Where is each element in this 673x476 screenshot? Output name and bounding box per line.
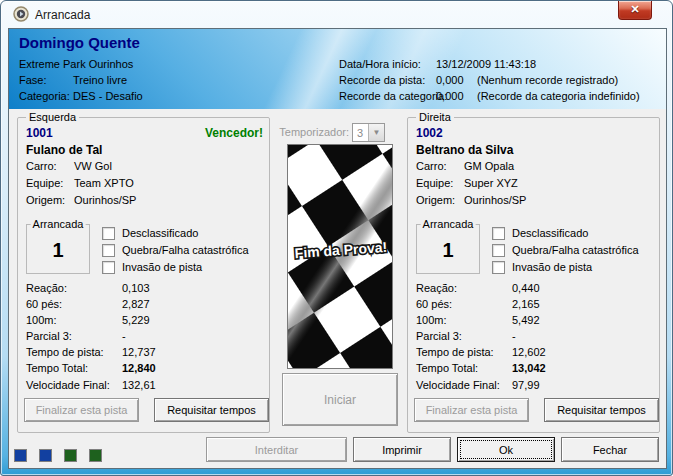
left-competitor-number: 1001 [26,126,53,140]
category-record-note: (Recorde da categoria indefinido) [477,90,640,102]
left-lane-groupbox: Esquerda 1001 Vencedor! Fulano de Tal Ca… [17,117,270,433]
fase-row: Fase: Treino livre [19,74,319,87]
stat-label: 60 pés: [26,298,62,310]
left-lane-invasion-label: Invasão de pista [122,261,202,273]
close-button[interactable]: ✕ [618,1,652,20]
left-reaction-row: Reação: 0,103 [26,282,261,295]
categoria-value: DES - Desafio [73,90,143,102]
stat-label: Tempo Total: [416,362,478,374]
interditar-button: Interditar [206,437,347,462]
left-finish-track-button: Finalizar esta pista [24,398,139,422]
stat-value: - [122,330,126,342]
right-track-time-row: Tempo de pista: 12,602 [416,346,651,359]
track-record-row: Recorde da pista: 0,000 (Nenhum recorde … [339,74,664,87]
checkbox-icon[interactable] [492,244,505,257]
left-car-row: Carro: VW Gol [26,160,57,173]
titlebar[interactable]: Arrancada ✕ [1,1,672,28]
left-run-box-title: Arrancada [31,218,86,231]
right-final-speed-row: Velocidade Final: 97,99 [416,379,651,392]
right-origin-value: Ourinhos/SP [464,194,526,206]
checkbox-icon[interactable] [492,227,505,240]
track-record-value: 0,000 [436,74,464,86]
checkbox-icon[interactable] [102,244,115,257]
stat-label: Reação: [416,282,457,294]
imprimir-button[interactable]: Imprimir [353,437,451,462]
stat-label: Velocidade Final: [26,379,110,391]
event-banner: Domingo Quente Extreme Park Ourinhos Fas… [9,29,666,109]
right-driver-name: Beltrano da Silva [416,143,513,157]
stat-label: Parcial 3: [416,330,462,342]
right-lane-groupbox: Direita 1002 Beltrano da Silva Carro: GM… [407,117,660,433]
stat-label: Tempo Total: [26,362,88,374]
stat-label: 100m: [416,314,447,326]
right-origin-label: Origem: [416,194,455,206]
stat-value: 2,165 [512,298,540,310]
left-origin-value: Ourinhos/SP [74,194,136,206]
left-origin-label: Origem: [26,194,65,206]
stat-value: 132,61 [122,379,156,391]
left-origin-row: Origem: Ourinhos/SP [26,194,65,207]
right-total-time-row: Tempo Total: 13,042 [416,362,651,375]
right-request-times-button[interactable]: Requisitar tempos [544,398,659,422]
categoria-label: Categoria: [19,90,70,102]
left-car-label: Carro: [26,160,57,172]
left-team-value: Team XPTO [74,177,134,189]
chevron-down-icon: ▼ [368,124,384,141]
category-record-row: Recorde da categoria: 0,000 (Recorde da … [339,90,664,103]
checkbox-icon[interactable] [102,227,115,240]
event-title: Domingo Quente [19,34,140,51]
left-team-row: Equipe: Team XPTO [26,177,63,190]
right-60ft-row: 60 pés: 2,165 [416,298,651,311]
left-partial3-row: Parcial 3: - [26,330,261,343]
left-total-time-row: Tempo Total: 12,840 [26,362,261,375]
category-record-value: 0,000 [436,90,464,102]
checkbox-icon[interactable] [492,261,505,274]
right-partial3-row: Parcial 3: - [416,330,651,343]
stat-label: Tempo de pista: [26,346,104,358]
left-request-times-button[interactable]: Requisitar tempos [154,398,269,422]
fechar-button[interactable]: Fechar [561,437,659,462]
left-team-label: Equipe: [26,177,63,189]
timer-label: Temporizador: [254,126,349,138]
checkbox-icon[interactable] [102,261,115,274]
start-button: Iniciar [282,373,398,426]
stat-value: 2,827 [122,298,150,310]
fase-value: Treino livre [73,74,127,86]
venue-name: Extreme Park Ourinhos [19,58,133,70]
right-finish-track-button: Finalizar esta pista [414,398,529,422]
right-lane-title: Direita [416,111,454,124]
stat-value: 5,492 [512,314,540,326]
checkered-flag-image: Fim da Prova! [287,144,393,369]
stat-label: Parcial 3: [26,330,72,342]
status-square-3 [64,449,77,462]
stat-value: 13,042 [512,362,546,374]
right-disqualified-label: Desclassificado [512,227,588,239]
status-square-1 [14,449,27,462]
right-origin-row: Origem: Ourinhos/SP [416,194,455,207]
right-run-box-title: Arrancada [421,218,476,231]
left-run-number: 1 [27,239,89,262]
right-team-value: Super XYZ [464,177,518,189]
datetime-value: 13/12/2009 11:43:18 [436,58,536,70]
stat-value: 0,440 [512,282,540,294]
status-square-2 [39,449,52,462]
right-car-value: GM Opala [464,160,514,172]
window-title: Arrancada [35,8,90,22]
track-record-label: Recorde da pista: [339,74,425,86]
stat-label: 60 pés: [416,298,452,310]
stat-value: 5,229 [122,314,150,326]
ok-button[interactable]: Ok [457,437,555,462]
fase-label: Fase: [19,74,47,86]
stat-value: 12,602 [512,346,546,358]
stat-label: Velocidade Final: [416,379,500,391]
timer-value: 3 [357,127,363,139]
dialog-client-area: Domingo Quente Extreme Park Ourinhos Fas… [8,28,667,469]
right-reaction-row: Reação: 0,440 [416,282,651,295]
right-breakdown-label: Quebra/Falha catastrófica [512,244,639,256]
left-car-value: VW Gol [74,160,112,172]
stat-value: 97,99 [512,379,540,391]
timer-combobox: 3 ▼ [352,123,385,142]
stat-label: 100m: [26,314,57,326]
right-team-label: Equipe: [416,177,453,189]
datetime-label: Data/Hora início: [339,58,421,70]
